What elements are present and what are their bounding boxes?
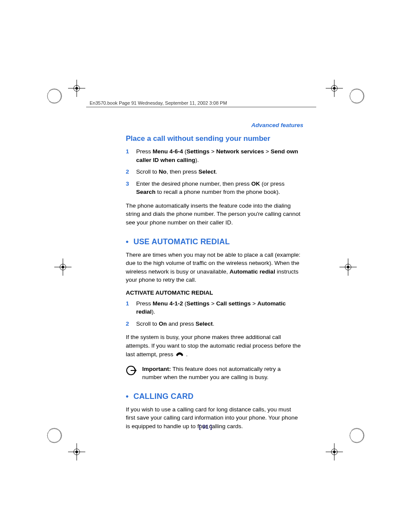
steps-place-call: 1 Press Menu 4-6-4 (Settings > Network s… xyxy=(126,147,302,196)
step-number: 2 xyxy=(126,168,129,176)
heading-automatic-redial: • USE AUTOMATIC REDIAL xyxy=(126,237,302,246)
t: > xyxy=(209,148,216,155)
crosshair-icon xyxy=(54,258,72,276)
t: Scroll to xyxy=(136,168,159,175)
t: . xyxy=(213,320,215,327)
step-2: 2 Scroll to No, then press Select. xyxy=(126,168,302,176)
t: ). xyxy=(152,308,155,315)
t: No xyxy=(159,168,167,175)
sub-heading-place-call: Place a call without sending your number xyxy=(126,134,302,143)
step-1: 1 Press Menu 4-1-2 (Settings > Call sett… xyxy=(126,299,302,316)
t: (or press xyxy=(260,180,284,187)
t: , then press xyxy=(167,168,199,175)
registration-mark-icon xyxy=(46,427,93,461)
t: Search xyxy=(136,189,156,195)
heading-text: USE AUTOMATIC REDIAL xyxy=(134,237,230,246)
t: Settings xyxy=(187,300,209,307)
t: > xyxy=(264,148,271,155)
steps-activate-redial: 1 Press Menu 4-1-2 (Settings > Call sett… xyxy=(126,299,302,328)
t: Press xyxy=(136,300,153,307)
t: Select xyxy=(196,320,213,327)
t: If the system is busy, your phone makes … xyxy=(126,334,301,357)
heading-text: CALLING CARD xyxy=(134,392,193,401)
t: Menu 4-1-2 xyxy=(153,300,183,307)
end-call-icon xyxy=(175,351,184,361)
step-text: Press xyxy=(136,148,153,155)
running-header: En3570.book Page 91 Wednesday, September… xyxy=(90,100,227,106)
registration-mark-icon xyxy=(318,427,365,461)
note-text: Important: This feature does not automat… xyxy=(142,365,302,382)
t: Automatic redial xyxy=(230,268,275,275)
paragraph-redial-intro: There are times when you may not be able… xyxy=(126,251,302,284)
sub-heading-activate-redial: ACTIVATE AUTOMATIC REDIAL xyxy=(126,289,302,296)
t: ). xyxy=(195,157,199,163)
t: OK xyxy=(251,180,260,187)
paragraph-stop-redial: If the system is busy, your phone makes … xyxy=(126,333,302,360)
t: . xyxy=(184,351,188,358)
bullet-icon: • xyxy=(126,392,131,401)
t: ( xyxy=(183,300,187,307)
step-number: 2 xyxy=(126,320,129,328)
menu-path: Menu 4-6-4 xyxy=(153,148,183,155)
step-1: 1 Press Menu 4-6-4 (Settings > Network s… xyxy=(126,147,302,164)
registration-mark-icon xyxy=(46,79,93,113)
section-label: Advanced features xyxy=(251,122,303,128)
bullet-icon: • xyxy=(126,237,131,246)
t: and press xyxy=(167,320,196,327)
crosshair-icon xyxy=(339,258,357,276)
page-content: Place a call without sending your number… xyxy=(126,134,302,436)
step-3: 3 Enter the desired phone number, then p… xyxy=(126,180,302,196)
heading-calling-card: • CALLING CARD xyxy=(126,392,302,401)
t: Enter the desired phone number, then pre… xyxy=(136,180,251,187)
header-rule xyxy=(86,107,316,107)
step-number: 1 xyxy=(126,147,129,156)
t: > xyxy=(251,300,257,307)
registration-mark-icon xyxy=(318,79,365,113)
step-number: 3 xyxy=(126,180,129,188)
t: Scroll to xyxy=(136,320,159,327)
t: On xyxy=(159,320,167,327)
t: Network services xyxy=(216,148,264,155)
note-label: Important: xyxy=(142,366,171,372)
paragraph-caller-id: The phone automatically inserts the feat… xyxy=(126,202,302,227)
t: to recall a phone number from the phone … xyxy=(156,189,280,195)
t: Call settings xyxy=(216,300,251,307)
step-2: 2 Scroll to On and press Select. xyxy=(126,320,302,328)
t: Select xyxy=(199,168,216,175)
t: > xyxy=(209,300,216,307)
important-icon xyxy=(126,365,138,376)
t: ( xyxy=(183,148,187,155)
page-number: [ 91 ] xyxy=(0,423,411,430)
step-number: 1 xyxy=(126,299,129,308)
t: . xyxy=(216,168,218,175)
important-note: Important: This feature does not automat… xyxy=(126,365,302,382)
t: Settings xyxy=(187,148,209,155)
